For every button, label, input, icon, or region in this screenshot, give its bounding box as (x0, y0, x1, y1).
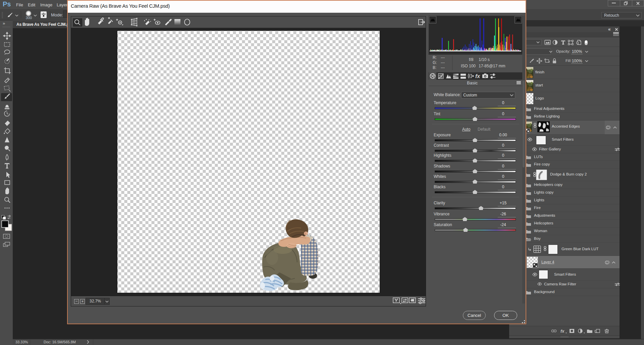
svg-text:fx: fx (475, 73, 480, 79)
svg-text:fx: fx (560, 329, 565, 334)
